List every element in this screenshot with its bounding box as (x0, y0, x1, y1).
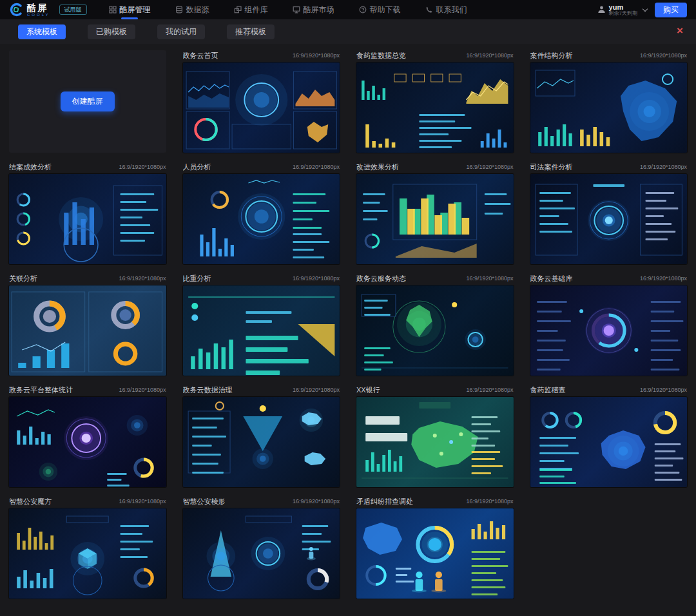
template-size-label: 16:9/1920*1080px (466, 52, 513, 59)
close-icon[interactable]: × (677, 25, 683, 37)
template-card-11[interactable]: 政务云平台整体统计 16:9/1920*1080px (9, 385, 166, 487)
template-thumbnail[interactable] (9, 174, 166, 264)
filter-tab-0[interactable]: 系统模板 (18, 24, 66, 39)
template-thumbnail[interactable] (530, 397, 688, 487)
nav-item-help[interactable]: 帮助下载 (359, 0, 401, 19)
thumbnail-graphic (356, 397, 514, 487)
main-nav-menu: 酷屏管理 数据源 组件库 酷屏市场 帮助下载 联系我们 (109, 0, 467, 19)
nav-item-grid[interactable]: 酷屏管理 (109, 0, 151, 19)
template-title: 结案成效分析 (9, 162, 52, 172)
template-title: 司法案件分析 (530, 162, 573, 172)
logo-home[interactable]: 酷屏 COOLY 试用版 (9, 3, 87, 17)
template-title: 矛盾纠纷排查调处 (356, 497, 413, 506)
template-thumbnail[interactable] (530, 63, 688, 153)
template-title: 政务云服务动态 (356, 274, 406, 284)
template-title: 食药监数据总览 (356, 51, 406, 61)
thumbnail-graphic (183, 508, 340, 599)
template-thumbnail[interactable] (9, 285, 166, 376)
template-size-label: 16:9/1920*1080px (466, 275, 513, 282)
template-title: 政务云数据治理 (183, 385, 233, 395)
buy-button[interactable]: 购买 (655, 3, 687, 17)
thumbnail-graphic (9, 285, 166, 376)
template-title: 智慧公安魔方 (9, 497, 52, 506)
template-card-16[interactable]: 智慧公安棱形 16:9/1920*1080px (183, 496, 340, 599)
thumbnail-graphic (356, 508, 514, 599)
template-size-label: 16:9/1920*1080px (293, 275, 340, 282)
template-title: XX银行 (356, 385, 380, 395)
template-filter-bar: 系统模板已购模板我的试用推荐模板× (0, 19, 696, 44)
template-size-label: 16:9/1920*1080px (119, 275, 166, 282)
thumbnail-graphic (530, 174, 688, 264)
filter-tab-1[interactable]: 已购模板 (88, 24, 135, 39)
template-title: 关联分析 (9, 274, 37, 284)
template-thumbnail[interactable] (9, 397, 166, 487)
template-thumbnail[interactable] (183, 174, 340, 264)
components-icon (234, 6, 242, 14)
filter-tab-2[interactable]: 我的试用 (157, 24, 205, 39)
template-card-2[interactable]: 案件结构分析 16:9/1920*1080px (530, 50, 688, 153)
template-size-label: 16:9/1920*1080px (293, 498, 340, 505)
template-size-label: 16:9/1920*1080px (640, 275, 687, 282)
thumbnail-graphic (183, 285, 340, 376)
template-thumbnail[interactable] (183, 508, 340, 599)
template-card-7[interactable]: 关联分析 16:9/1920*1080px (9, 273, 166, 376)
trial-version-badge: 试用版 (59, 5, 87, 15)
template-thumbnail[interactable] (530, 285, 688, 376)
nav-item-market[interactable]: 酷屏市场 (293, 0, 334, 19)
help-icon (359, 6, 367, 14)
template-title: 政务云平台整体统计 (9, 385, 73, 395)
nav-item-components[interactable]: 组件库 (234, 0, 268, 19)
template-card-0[interactable]: 政务云首页 16:9/1920*1080px (183, 50, 340, 153)
template-size-label: 16:9/1920*1080px (640, 387, 687, 393)
template-thumbnail[interactable] (356, 397, 514, 487)
database-icon (175, 6, 183, 14)
nav-item-database[interactable]: 数据源 (175, 0, 209, 19)
template-thumbnail[interactable] (356, 285, 514, 376)
thumbnail-graphic (530, 397, 688, 487)
create-screen-button[interactable]: 创建酷屏 (61, 91, 115, 111)
template-size-label: 16:9/1920*1080px (293, 387, 340, 393)
template-card-1[interactable]: 食药监数据总览 16:9/1920*1080px (356, 50, 514, 153)
template-card-8[interactable]: 比重分析 16:9/1920*1080px (183, 273, 340, 376)
template-size-label: 16:9/1920*1080px (119, 164, 166, 170)
thumbnail-graphic (9, 508, 166, 599)
template-thumbnail[interactable] (356, 63, 514, 153)
brand-name: 酷屏 (27, 3, 50, 12)
user-menu[interactable]: yum 剩余7天到期 (597, 3, 650, 17)
template-card-3[interactable]: 结案成效分析 16:9/1920*1080px (9, 162, 166, 264)
template-card-15[interactable]: 智慧公安魔方 16:9/1920*1080px (9, 496, 166, 599)
template-title: 人员分析 (183, 162, 211, 172)
nav-item-phone[interactable]: 联系我们 (425, 0, 467, 19)
template-thumbnail[interactable] (183, 285, 340, 376)
template-card-13[interactable]: XX银行 16:9/1920*1080px (356, 385, 514, 487)
thumbnail-graphic (183, 397, 340, 487)
thumbnail-graphic (356, 174, 514, 264)
template-card-17[interactable]: 矛盾纠纷排查调处 16:9/1920*1080px (356, 496, 514, 599)
template-size-label: 16:9/1920*1080px (293, 164, 340, 170)
thumbnail-graphic (183, 174, 340, 264)
template-thumbnail[interactable] (183, 397, 340, 487)
create-template-card[interactable]: 创建酷屏 (9, 50, 166, 153)
navbar-right: yum 剩余7天到期 购买 (597, 3, 687, 17)
template-size-label: 16:9/1920*1080px (640, 164, 687, 170)
template-thumbnail[interactable] (9, 508, 166, 599)
template-size-label: 16:9/1920*1080px (466, 498, 513, 505)
template-card-12[interactable]: 政务云数据治理 16:9/1920*1080px (183, 385, 340, 487)
template-card-9[interactable]: 政务云服务动态 16:9/1920*1080px (356, 273, 514, 376)
template-card-4[interactable]: 人员分析 16:9/1920*1080px (183, 162, 340, 264)
template-thumbnail[interactable] (356, 508, 514, 599)
template-size-label: 16:9/1920*1080px (640, 52, 687, 59)
template-title: 政务云首页 (183, 51, 218, 61)
template-card-5[interactable]: 改进效果分析 16:9/1920*1080px (356, 162, 514, 264)
filter-tab-3[interactable]: 推荐模板 (227, 24, 275, 39)
template-card-6[interactable]: 司法案件分析 16:9/1920*1080px (530, 162, 688, 264)
template-card-10[interactable]: 政务云基础库 16:9/1920*1080px (530, 273, 688, 376)
template-card-14[interactable]: 食药监稽查 16:9/1920*1080px (530, 385, 688, 487)
template-title: 食药监稽查 (530, 385, 566, 395)
template-thumbnail[interactable] (530, 174, 688, 264)
template-thumbnail[interactable] (183, 63, 340, 153)
thumbnail-graphic (530, 63, 688, 153)
template-size-label: 16:9/1920*1080px (293, 52, 340, 59)
template-thumbnail[interactable] (356, 174, 514, 264)
phone-icon (425, 6, 433, 14)
